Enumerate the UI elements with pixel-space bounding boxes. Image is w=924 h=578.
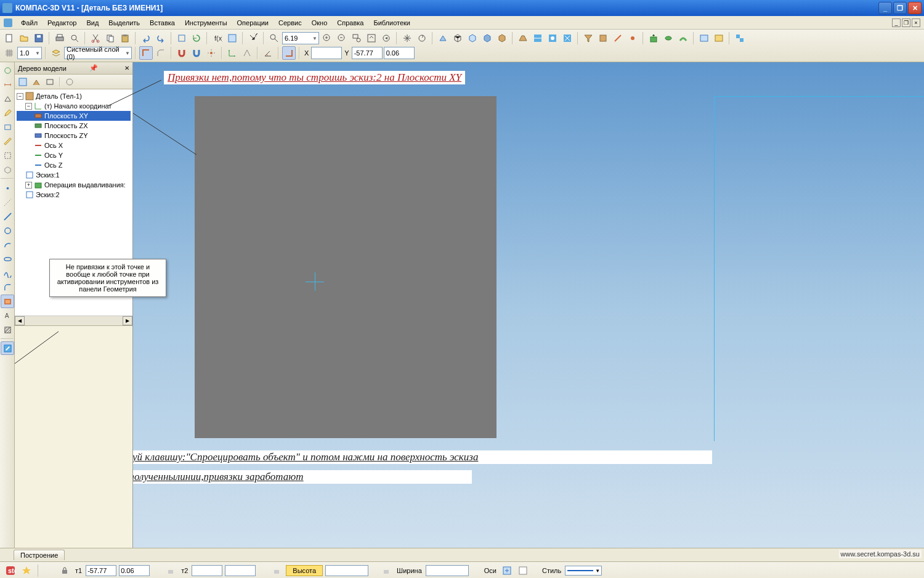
zoom-window-button[interactable] bbox=[350, 31, 363, 45]
tree-plane-zx[interactable]: Плоскость ZX bbox=[17, 121, 131, 131]
measure-tool[interactable] bbox=[1, 134, 14, 148]
new-button[interactable] bbox=[2, 31, 16, 45]
param-tool[interactable] bbox=[1, 120, 14, 134]
prop-t1-lock[interactable] bbox=[58, 564, 71, 577]
filter-vertex-button[interactable] bbox=[626, 31, 639, 45]
circle-tool[interactable] bbox=[1, 224, 14, 237]
view2-button[interactable] bbox=[546, 31, 559, 45]
tree-view2-button[interactable] bbox=[44, 76, 56, 88]
tree-hscroll[interactable]: ◀▶ bbox=[15, 315, 132, 325]
windows-button[interactable] bbox=[733, 31, 747, 45]
layer-dropdown[interactable]: Системный слой (0) bbox=[64, 47, 132, 59]
grid-button[interactable] bbox=[2, 46, 16, 60]
layer-button[interactable] bbox=[49, 46, 63, 60]
tree-link-button[interactable] bbox=[63, 76, 76, 88]
symbol-tool[interactable] bbox=[1, 92, 14, 105]
aux-line-tool[interactable] bbox=[1, 195, 14, 209]
help-arrow-button[interactable]: ? bbox=[246, 31, 260, 45]
filter-face-button[interactable] bbox=[596, 31, 610, 45]
tree-sketch2[interactable]: Эскиз:2 bbox=[17, 190, 131, 200]
persp-button[interactable] bbox=[516, 31, 530, 45]
view1-button[interactable] bbox=[531, 31, 545, 45]
lib2-button[interactable] bbox=[712, 31, 726, 45]
tree-axis-y[interactable]: Ось Y bbox=[17, 150, 131, 160]
tree-origin[interactable]: − (т) Начало координат bbox=[17, 101, 131, 111]
zoom-in-button[interactable] bbox=[320, 31, 334, 45]
variables-button[interactable] bbox=[225, 31, 239, 45]
edit-tool[interactable] bbox=[1, 106, 14, 120]
menu-edit[interactable]: Редактор bbox=[43, 18, 81, 28]
rectangle-tool[interactable] bbox=[1, 295, 14, 308]
tree-sketch1[interactable]: Эскиз:1 bbox=[17, 170, 131, 180]
zoom-out-button[interactable] bbox=[335, 31, 349, 45]
sketch-button[interactable] bbox=[175, 31, 188, 45]
preview-button[interactable] bbox=[68, 31, 81, 45]
redo-button[interactable] bbox=[154, 31, 168, 45]
save-button[interactable] bbox=[32, 31, 46, 45]
snap-button[interactable] bbox=[190, 46, 203, 60]
prop-t1x-input[interactable] bbox=[86, 565, 116, 576]
menu-service[interactable]: Сервис bbox=[274, 18, 307, 28]
prop-height-input[interactable] bbox=[325, 565, 368, 576]
refresh-button[interactable] bbox=[190, 31, 203, 45]
paste-button[interactable] bbox=[118, 31, 132, 45]
prop-stop-button[interactable]: stop bbox=[4, 564, 17, 577]
filter-edge-button[interactable] bbox=[611, 31, 625, 45]
canvas[interactable]: Привязки нет,потому что ты строишь эскиз… bbox=[133, 62, 924, 548]
orient-button[interactable] bbox=[436, 31, 450, 45]
tree-axis-x[interactable]: Ось X bbox=[17, 140, 131, 150]
doc-restore[interactable]: ❐ bbox=[902, 18, 910, 27]
prop-t2-lock[interactable] bbox=[164, 564, 177, 577]
tree-plane-xy[interactable]: Плоскость XY bbox=[17, 111, 131, 121]
fillet-tool[interactable] bbox=[1, 280, 14, 294]
open-button[interactable] bbox=[17, 31, 31, 45]
text-tool[interactable]: A bbox=[1, 309, 14, 322]
prop-axis-on[interactable] bbox=[500, 564, 514, 577]
hatch-tool[interactable] bbox=[1, 323, 14, 336]
coord-y-input[interactable] bbox=[352, 47, 383, 59]
snap-config-button[interactable] bbox=[205, 46, 218, 60]
doc-close[interactable]: × bbox=[912, 18, 920, 27]
prop-t2y-input[interactable] bbox=[225, 565, 256, 576]
tree-close-icon[interactable]: ✕ bbox=[124, 65, 129, 71]
point-tool[interactable] bbox=[1, 181, 14, 195]
prop-t2x-input[interactable] bbox=[192, 565, 222, 576]
tree-config-button[interactable] bbox=[17, 76, 29, 88]
prop-style-dropdown[interactable]: ▼ bbox=[565, 566, 602, 576]
lib1-button[interactable] bbox=[697, 31, 711, 45]
coord-z-input[interactable] bbox=[384, 47, 415, 59]
tree-axis-z[interactable]: Ось Z bbox=[17, 160, 131, 170]
scale-dropdown[interactable]: 1.0 bbox=[17, 47, 42, 59]
bottom-tab-build[interactable]: Построение bbox=[14, 550, 65, 560]
param-mode-button[interactable] bbox=[282, 46, 296, 60]
magnet-button[interactable] bbox=[175, 46, 188, 60]
doc-minimize[interactable]: _ bbox=[892, 18, 901, 27]
prop-create-button[interactable] bbox=[20, 564, 33, 577]
menu-insert[interactable]: Вставка bbox=[145, 18, 180, 28]
coord-x-input[interactable] bbox=[311, 47, 342, 59]
sweep-button[interactable] bbox=[676, 31, 690, 45]
zoom-fit-button[interactable] bbox=[365, 31, 378, 45]
properties-button[interactable]: f(x) bbox=[211, 31, 224, 45]
menu-view[interactable]: Вид bbox=[81, 18, 103, 28]
hlr-button[interactable] bbox=[466, 31, 479, 45]
prop-height-label[interactable]: Высота bbox=[286, 565, 323, 576]
print-button[interactable] bbox=[53, 31, 67, 45]
filter-button[interactable] bbox=[582, 31, 595, 45]
rotate-button[interactable] bbox=[415, 31, 429, 45]
prop-width-input[interactable] bbox=[426, 565, 469, 576]
shaded-edges-button[interactable] bbox=[495, 31, 509, 45]
pan-button[interactable] bbox=[400, 31, 414, 45]
ortho-button[interactable] bbox=[139, 46, 153, 60]
ellipse-tool[interactable] bbox=[1, 252, 14, 266]
spline-tool[interactable] bbox=[1, 266, 14, 280]
prop-w-lock[interactable] bbox=[379, 564, 393, 577]
wireframe-button[interactable] bbox=[451, 31, 464, 45]
cut-button[interactable] bbox=[89, 31, 102, 45]
view3-button[interactable] bbox=[561, 31, 574, 45]
shaded-button[interactable] bbox=[480, 31, 494, 45]
minimize-button[interactable]: _ bbox=[878, 2, 892, 14]
revolve-button[interactable] bbox=[662, 31, 675, 45]
arc-tool[interactable] bbox=[1, 238, 14, 251]
prop-axis-off[interactable] bbox=[516, 564, 530, 577]
